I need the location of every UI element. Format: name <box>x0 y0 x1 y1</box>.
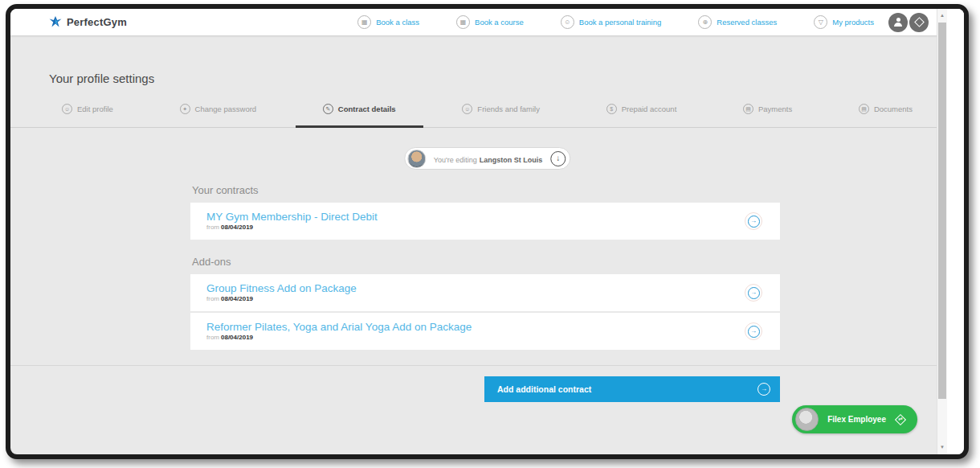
nav-reserved-classes[interactable]: ⊕ Reserved classes <box>698 15 777 29</box>
scroll-down-arrow[interactable]: ▼ <box>937 442 947 453</box>
addon-open-button[interactable]: → <box>745 322 762 340</box>
profile-button[interactable] <box>888 13 908 32</box>
down-arrow-icon: ↓ <box>556 154 560 162</box>
card-icon: ▤ <box>743 104 753 114</box>
trainer-icon: ☺ <box>561 15 574 29</box>
tab-change-password[interactable]: ✦ Change password <box>164 99 273 127</box>
member-dropdown-button[interactable]: ↓ <box>550 151 566 166</box>
addon-title: Reformer Pilates, Yoga and Arial Yoga Ad… <box>206 321 732 333</box>
right-arrow-icon: → <box>757 383 770 396</box>
nav-book-personal-training[interactable]: ☺ Book a personal training <box>561 15 661 29</box>
employee-name-label: Filex Employee <box>827 415 886 424</box>
brand-name: PerfectGym <box>67 16 127 28</box>
nav-label: Book a class <box>376 18 419 27</box>
header-buttons <box>888 13 929 32</box>
contract-open-button[interactable]: → <box>745 212 762 230</box>
globe-icon: ⊕ <box>698 15 712 29</box>
contracts-content: Your contracts MY Gym Membership - Direc… <box>190 184 780 351</box>
perfectgym-logo[interactable]: PerfectGym <box>49 16 127 29</box>
top-navigation-bar: PerfectGym ▦ Book a class ▦ Book a cours… <box>10 9 964 35</box>
editing-text: You're editingLangston St Louis <box>434 151 542 166</box>
addon-title: Group Fitness Add on Package <box>206 282 732 294</box>
addon-start: from08/04/2019 <box>206 295 732 302</box>
tab-prepaid-account[interactable]: $ Prepaid account <box>590 99 693 127</box>
nav-label: Book a personal training <box>579 18 661 27</box>
document-icon: ▤ <box>859 104 869 114</box>
tab-edit-profile[interactable]: ☺ Edit profile <box>46 99 129 127</box>
app-window: PerfectGym ▦ Book a class ▦ Book a cours… <box>6 4 969 459</box>
switch-club-button[interactable] <box>909 13 929 32</box>
contract-icon: ✎ <box>323 104 333 114</box>
nav-label: Book a course <box>475 18 524 27</box>
contract-card[interactable]: MY Gym Membership - Direct Debit from08/… <box>190 203 780 240</box>
right-arrow-icon: → <box>748 326 760 338</box>
employee-session-pill[interactable]: Filex Employee ⇄ <box>792 405 917 433</box>
nav-my-products[interactable]: ▽ My products <box>814 15 874 29</box>
nav-label: My products <box>832 18 874 27</box>
switch-user-icon: ⇄ <box>895 414 906 425</box>
perfectgym-logo-icon <box>49 16 62 29</box>
addon-start: from08/04/2019 <box>206 334 732 341</box>
tab-label: Payments <box>758 105 792 113</box>
person-circle-icon: ☺ <box>62 104 72 114</box>
right-arrow-icon: → <box>748 216 760 228</box>
diamond-arrows-icon <box>914 17 925 27</box>
employee-avatar <box>795 408 819 431</box>
addon-card[interactable]: Group Fitness Add on Package from08/04/2… <box>190 274 780 311</box>
from-label: from <box>206 295 219 302</box>
page-title: Your profile settings <box>49 72 154 85</box>
lock-icon: ✦ <box>180 104 190 114</box>
nav-book-a-class[interactable]: ▦ Book a class <box>357 15 419 29</box>
editing-member-name: Langston St Louis <box>480 156 543 164</box>
addon-open-button[interactable]: → <box>745 284 762 302</box>
addon-card[interactable]: Reformer Pilates, Yoga and Arial Yoga Ad… <box>190 313 780 350</box>
tab-documents[interactable]: ▤ Documents <box>843 99 929 127</box>
tab-label: Edit profile <box>77 105 113 113</box>
member-avatar <box>407 150 426 168</box>
right-gutter <box>947 9 964 454</box>
course-icon: ▦ <box>456 15 470 29</box>
editing-prefix: You're editing <box>434 156 477 164</box>
scrollbar-thumb[interactable] <box>938 23 946 399</box>
start-date: 08/04/2019 <box>221 224 253 231</box>
addons-section-title: Add-ons <box>192 256 780 268</box>
profile-tabs-bar: ☺ Edit profile ✦ Change password ✎ Contr… <box>10 99 964 128</box>
tab-friends-and-family[interactable]: ☺ Friends and family <box>446 99 556 127</box>
tab-label: Change password <box>195 105 257 113</box>
contracts-section-title: Your contracts <box>192 184 780 196</box>
tab-label: Contract details <box>338 105 396 113</box>
start-date: 08/04/2019 <box>221 334 253 341</box>
right-arrow-icon: → <box>748 287 760 299</box>
scroll-up-arrow[interactable]: ▲ <box>937 10 947 21</box>
people-icon: ☺ <box>462 104 472 114</box>
tab-label: Documents <box>874 105 913 113</box>
editing-member-pill[interactable]: You're editingLangston St Louis ↓ <box>404 147 570 170</box>
from-label: from <box>206 334 219 341</box>
nav-label: Reserved classes <box>717 18 777 27</box>
person-icon <box>894 18 902 27</box>
contract-start: from08/04/2019 <box>206 224 732 231</box>
tab-label: Prepaid account <box>622 105 677 113</box>
footer-divider <box>10 365 964 366</box>
contract-title: MY Gym Membership - Direct Debit <box>206 211 732 223</box>
class-icon: ▦ <box>357 15 371 29</box>
add-additional-contract-button[interactable]: Add additional contract → <box>484 376 780 402</box>
main-nav: ▦ Book a class ▦ Book a course ☺ Book a … <box>357 15 874 29</box>
dollar-icon: $ <box>606 104 617 114</box>
start-date: 08/04/2019 <box>221 295 253 302</box>
nav-book-a-course[interactable]: ▦ Book a course <box>456 15 524 29</box>
from-label: from <box>206 224 219 231</box>
vertical-scrollbar[interactable]: ▲ ▼ <box>937 9 947 454</box>
add-contract-label: Add additional contract <box>497 384 591 394</box>
tab-label: Friends and family <box>477 105 540 113</box>
tab-payments[interactable]: ▤ Payments <box>727 99 808 127</box>
tab-contract-details[interactable]: ✎ Contract details <box>307 99 412 127</box>
basket-icon: ▽ <box>814 15 827 29</box>
